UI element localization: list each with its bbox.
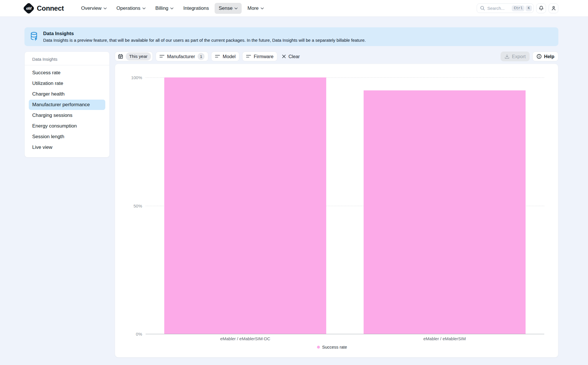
download-icon (505, 54, 509, 59)
sidebar-item-session-length[interactable]: Session length (29, 132, 105, 142)
export-button[interactable]: Export (501, 52, 530, 61)
x-axis-line (146, 334, 544, 334)
divider (25, 65, 109, 65)
k-key-badge: K (526, 5, 532, 11)
nav-item-integrations[interactable]: Integrations (179, 3, 213, 14)
account-button[interactable] (549, 3, 558, 13)
brand-name: Connect (37, 4, 64, 12)
model-filter-label: Model (223, 54, 236, 59)
nav-item-sense[interactable]: Sense (215, 3, 242, 14)
filter-lines-icon (246, 54, 251, 58)
nav-label: Billing (155, 5, 168, 11)
date-filter-chip[interactable]: This year (115, 52, 153, 61)
help-label: Help (544, 54, 554, 59)
firmware-filter-label: Firmware (254, 54, 274, 59)
x-label-emablersim-dc: eMabler / eMablerSIM-DC (146, 336, 345, 341)
ctrl-key-badge: Ctrl (512, 5, 524, 11)
search-placeholder: Search... (487, 6, 509, 11)
nav-item-billing[interactable]: Billing (151, 3, 177, 14)
legend-dot-success-rate (317, 346, 320, 349)
nav-item-operations[interactable]: Operations (112, 3, 150, 14)
content: Data Insights Success rate Utilization r… (0, 46, 588, 358)
brand[interactable]: eM Connect (24, 4, 64, 13)
calendar-icon (118, 54, 123, 59)
manufacturer-performance-chart-card: 100% 50% 0% (115, 64, 558, 358)
filter-toolbar: This year Manufacturer 1 Model Firmware … (115, 52, 558, 61)
date-filter-value[interactable]: This year (126, 52, 151, 60)
search-shortcut: Ctrl K (512, 5, 532, 11)
chevron-down-icon (170, 7, 173, 9)
help-button[interactable]: Help (532, 52, 558, 61)
nav-label: Sense (219, 5, 232, 11)
info-icon (537, 54, 542, 59)
legend-label-success-rate: Success rate (322, 345, 347, 349)
sidebar-item-charger-health[interactable]: Charger health (29, 89, 105, 99)
sidebar-item-charging-sessions[interactable]: Charging sessions (29, 110, 105, 121)
clear-filters-button[interactable]: Clear (280, 54, 301, 59)
emabler-logo-icon: eM (23, 2, 35, 14)
main-panel: This year Manufacturer 1 Model Firmware … (115, 52, 558, 358)
close-icon (282, 54, 286, 58)
nav-label: Operations (117, 5, 140, 11)
bar-emablersim-dc[interactable] (164, 77, 326, 334)
plot-area (146, 77, 544, 334)
filter-lines-icon (159, 54, 165, 58)
chevron-down-icon (261, 7, 264, 9)
banner-body: Data Insights is a preview feature, that… (43, 38, 366, 43)
x-axis-labels: eMabler / eMablerSIM-DC eMabler / eMable… (146, 334, 544, 341)
search-icon (480, 6, 485, 11)
sidebar-item-live-view[interactable]: Live view (29, 142, 105, 153)
model-filter-chip[interactable]: Model (211, 52, 239, 61)
data-insights-banner: Data Insights Data Insights is a preview… (24, 27, 558, 46)
sidebar: Data Insights Success rate Utilization r… (24, 52, 110, 157)
banner-text: Data Insights Data Insights is a preview… (43, 31, 366, 43)
notifications-button[interactable] (536, 3, 546, 13)
bar-emablersim[interactable] (364, 90, 526, 334)
user-icon (551, 5, 556, 11)
manufacturer-filter-label: Manufacturer (167, 54, 195, 59)
bar-slot (345, 77, 544, 334)
nav-item-more[interactable]: More (243, 3, 268, 14)
chevron-down-icon (234, 7, 238, 9)
chevron-down-icon (104, 7, 107, 9)
sidebar-item-manufacturer-performance[interactable]: Manufacturer performance (29, 100, 105, 110)
bar-slots (146, 77, 544, 334)
clear-filters-label: Clear (289, 54, 300, 59)
sidebar-item-utilization-rate[interactable]: Utilization rate (29, 78, 105, 89)
main-nav: Overview Operations Billing Integrations… (77, 3, 268, 14)
x-label-emablersim: eMabler / eMablerSIM (345, 336, 544, 341)
banner-title: Data Insights (43, 31, 366, 37)
sidebar-item-success-rate[interactable]: Success rate (29, 68, 105, 78)
topbar-right: Search... Ctrl K (477, 3, 558, 13)
y-tick-50: 50% (133, 203, 142, 208)
filter-lines-icon (215, 54, 220, 58)
chart-legend[interactable]: Success rate (120, 345, 544, 349)
search-input[interactable]: Search... Ctrl K (477, 3, 534, 13)
firmware-filter-chip[interactable]: Firmware (242, 52, 277, 61)
sidebar-header: Data Insights (29, 56, 105, 65)
manufacturer-filter-chip[interactable]: Manufacturer 1 (156, 52, 208, 61)
y-tick-0: 0% (136, 332, 142, 337)
y-axis-labels: 100% 50% 0% (120, 77, 146, 334)
chart-area: 100% 50% 0% (120, 77, 544, 334)
export-label: Export (512, 54, 526, 59)
bell-icon (539, 5, 544, 11)
y-tick-100: 100% (131, 75, 142, 80)
bar-slot (146, 77, 345, 334)
topbar: eM Connect Overview Operations Billing I… (0, 0, 588, 17)
manufacturer-count-badge: 1 (198, 53, 205, 60)
chevron-down-icon (142, 7, 146, 9)
database-bolt-icon (30, 32, 38, 41)
nav-label: Overview (81, 5, 102, 11)
nav-label: More (247, 5, 259, 11)
nav-item-overview[interactable]: Overview (77, 3, 111, 14)
nav-label: Integrations (183, 5, 209, 11)
sidebar-item-energy-consumption[interactable]: Energy consumption (29, 121, 105, 131)
